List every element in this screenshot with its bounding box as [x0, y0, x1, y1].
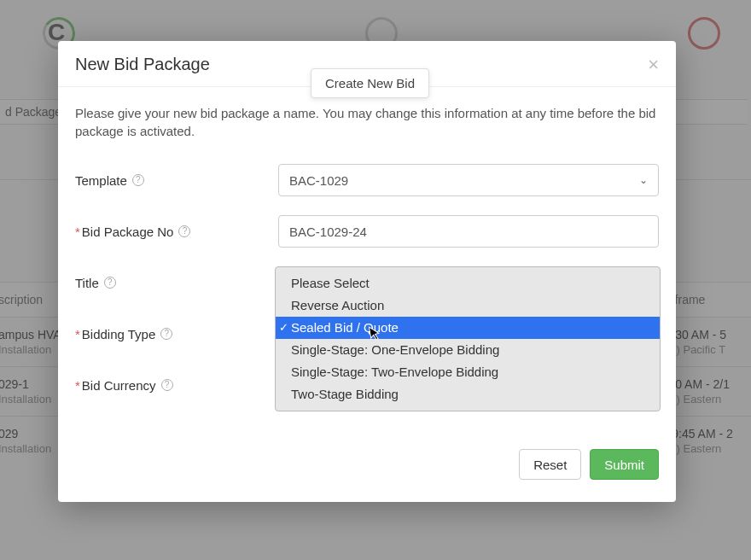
bidding-type-option[interactable]: Two-Stage Bidding [276, 383, 660, 405]
help-icon[interactable]: ? [104, 277, 116, 289]
modal-footer: Reset Submit [58, 437, 676, 495]
label-bidding-type: *Bidding Type ? [75, 327, 278, 341]
close-icon[interactable]: × [648, 55, 659, 74]
bidding-type-option[interactable]: Reverse Auction [276, 295, 660, 317]
label-bid-currency: *Bid Currency ? [75, 378, 278, 393]
modal-title: New Bid Package [75, 55, 210, 74]
modal-instructions: Please give your new bid package a name.… [75, 104, 659, 140]
bid-package-no-value: BAC-1029-24 [289, 225, 367, 239]
chevron-down-icon: ⌄ [639, 174, 648, 186]
label-title: Title ? [75, 276, 278, 290]
bidding-type-option-selected[interactable]: ✓ Sealed Bid / Quote [276, 317, 660, 339]
help-icon[interactable]: ? [132, 174, 144, 186]
bidding-type-dropdown[interactable]: Please Select Reverse Auction ✓ Sealed B… [275, 266, 661, 411]
create-new-bid-tooltip: Create New Bid [311, 68, 429, 98]
submit-button[interactable]: Submit [590, 449, 659, 480]
bidding-type-option[interactable]: Single-Stage: One-Envelope Bidding [276, 339, 660, 361]
bidding-type-option[interactable]: Single-Stage: Two-Envelope Bidding [276, 361, 660, 383]
form-row-bid-package-no: *Bid Package No ? BAC-1029-24 [75, 215, 659, 248]
reset-button[interactable]: Reset [519, 449, 581, 480]
label-bid-package-no: *Bid Package No ? [75, 225, 278, 239]
bid-package-no-input[interactable]: BAC-1029-24 [278, 215, 659, 248]
form-row-template: Template ? BAC-1029 ⌄ [75, 164, 659, 196]
bidding-type-option[interactable]: Please Select [276, 272, 660, 295]
new-bid-package-modal: New Bid Package × Create New Bid Please … [58, 41, 676, 502]
label-template: Template ? [75, 173, 278, 188]
template-select[interactable]: BAC-1029 ⌄ [278, 164, 659, 196]
check-icon: ✓ [279, 318, 288, 337]
help-icon[interactable]: ? [160, 328, 172, 340]
help-icon[interactable]: ? [161, 379, 173, 391]
template-select-value: BAC-1029 [289, 173, 348, 188]
help-icon[interactable]: ? [178, 225, 190, 237]
